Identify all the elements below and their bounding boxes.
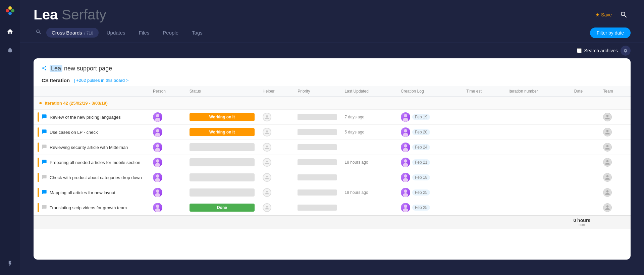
save-button[interactable]: ★ Save xyxy=(595,12,612,17)
creation-date: Feb 21 xyxy=(412,159,430,165)
creation-log-cell: Feb 20 xyxy=(397,125,462,140)
star-icon: ★ xyxy=(595,12,600,17)
share-icon xyxy=(42,65,47,72)
content-area: Lea new support page CS Iteration | +262… xyxy=(20,58,644,275)
header-actions: ★ Save xyxy=(595,8,631,21)
priority-cell xyxy=(293,140,340,155)
creation-log-inner: Feb 19 xyxy=(401,112,458,122)
svg-point-11 xyxy=(403,133,408,137)
svg-point-22 xyxy=(404,174,407,178)
iteration-inner: ● Iteration 42 (25/02/19 - 3/03/19) xyxy=(34,97,631,109)
chat-icon[interactable] xyxy=(42,159,47,166)
status-badge[interactable]: Working on It xyxy=(190,113,255,121)
task-cell: Translating scrip videos for growth team xyxy=(34,200,149,215)
tab-people[interactable]: People xyxy=(157,28,184,38)
global-search-button[interactable] xyxy=(617,8,631,21)
task-cell: Mapping all articles for new layout xyxy=(34,185,149,200)
svg-point-5 xyxy=(155,118,160,122)
bell-icon[interactable] xyxy=(4,44,16,56)
iteration-number-cell xyxy=(504,185,570,200)
date-cell xyxy=(570,200,599,215)
date-cell xyxy=(570,125,599,140)
task-bar xyxy=(38,112,39,122)
page-title: Lea Serfaty xyxy=(34,7,106,23)
tab-tags[interactable]: Tags xyxy=(186,28,208,38)
last-updated-cell: 18 hours ago xyxy=(341,155,397,170)
status-cell xyxy=(185,140,259,155)
status-empty xyxy=(190,143,255,151)
main-content: Lea Serfaty ★ Save Cross Boards / 710 Up… xyxy=(20,0,644,275)
board-name: CS Iteration xyxy=(42,77,70,83)
tab-cross-boards[interactable]: Cross Boards / 710 xyxy=(46,28,99,38)
task-text: Reviewing security article with Mittelma… xyxy=(50,145,128,150)
chat-icon[interactable] xyxy=(42,144,47,151)
iteration-toggle[interactable]: ● xyxy=(39,100,42,106)
home-icon[interactable] xyxy=(4,25,16,38)
person-cell xyxy=(149,155,185,170)
filter-by-date-button[interactable]: Filter by date xyxy=(590,28,631,38)
creation-log-cell: Feb 24 xyxy=(397,140,462,155)
table-header-row: Person Status Helper Priority Last Updat… xyxy=(34,86,631,97)
chat-icon[interactable] xyxy=(42,189,47,196)
task-text: Review of the new pricing languages xyxy=(50,115,121,120)
svg-point-19 xyxy=(403,163,408,167)
helper-cell xyxy=(259,185,293,200)
person-cell xyxy=(149,200,185,215)
creation-date: Feb 25 xyxy=(412,205,430,211)
priority-cell xyxy=(293,200,340,215)
card-title-highlight: Lea xyxy=(50,65,62,72)
status-badge[interactable]: Done xyxy=(190,204,255,212)
task-bar xyxy=(38,158,39,167)
svg-point-13 xyxy=(155,148,160,152)
creation-log-cell: Feb 25 xyxy=(397,185,462,200)
svg-point-30 xyxy=(404,205,407,208)
creation-date: Feb 19 xyxy=(412,114,430,120)
time-est-cell xyxy=(462,200,504,215)
team-avatar xyxy=(603,188,612,197)
status-cell: Done xyxy=(185,200,259,215)
priority-bar xyxy=(298,159,336,165)
svg-point-21 xyxy=(155,178,160,182)
chat-icon[interactable] xyxy=(42,129,47,135)
svg-point-15 xyxy=(403,148,408,152)
task-bar xyxy=(38,127,39,137)
svg-point-17 xyxy=(155,163,160,167)
tab-updates[interactable]: Updates xyxy=(101,28,131,38)
iteration-number-cell xyxy=(504,140,570,155)
task-name-cell: Mapping all articles for new layout xyxy=(38,188,145,197)
col-iteration-number: Iteration number xyxy=(504,86,570,97)
helper-cell xyxy=(259,170,293,185)
person-cell xyxy=(149,185,185,200)
chat-icon[interactable] xyxy=(42,114,47,120)
date-cell xyxy=(570,185,599,200)
status-badge[interactable]: Working on It xyxy=(190,128,255,136)
priority-bar xyxy=(298,174,336,180)
date-cell xyxy=(570,140,599,155)
status-cell: Working on It xyxy=(185,125,259,140)
status-empty xyxy=(190,158,255,166)
search-archives-row: Search archives xyxy=(20,43,644,58)
card-title-row: Lea new support page xyxy=(42,65,623,72)
table-row: Translating scrip videos for growth team… xyxy=(34,200,631,215)
priority-bar xyxy=(298,205,336,211)
creation-log-inner: Feb 18 xyxy=(401,173,458,182)
bolt-icon[interactable] xyxy=(4,258,16,270)
priority-cell xyxy=(293,170,340,185)
iteration-label: Iteration 42 (25/02/19 - 3/03/19) xyxy=(45,101,108,106)
helper-cell xyxy=(259,140,293,155)
priority-bar xyxy=(298,189,336,196)
date-cell xyxy=(570,155,599,170)
chat-icon[interactable] xyxy=(42,205,47,211)
settings-gear-button[interactable] xyxy=(621,46,631,56)
pulses-info[interactable]: | +262 pulses in this board > xyxy=(74,78,128,83)
search-archives-checkbox[interactable] xyxy=(577,48,582,53)
table-row: Review of the new pricing languagesWorki… xyxy=(34,110,631,125)
chat-icon[interactable] xyxy=(42,174,47,181)
col-person: Person xyxy=(149,86,185,97)
team-cell xyxy=(599,155,631,170)
toolbar-search-button[interactable] xyxy=(34,27,44,39)
table-container: Person Status Helper Priority Last Updat… xyxy=(34,86,631,254)
iteration-number-cell xyxy=(504,200,570,215)
tab-files[interactable]: Files xyxy=(133,28,155,38)
priority-cell xyxy=(293,185,340,200)
